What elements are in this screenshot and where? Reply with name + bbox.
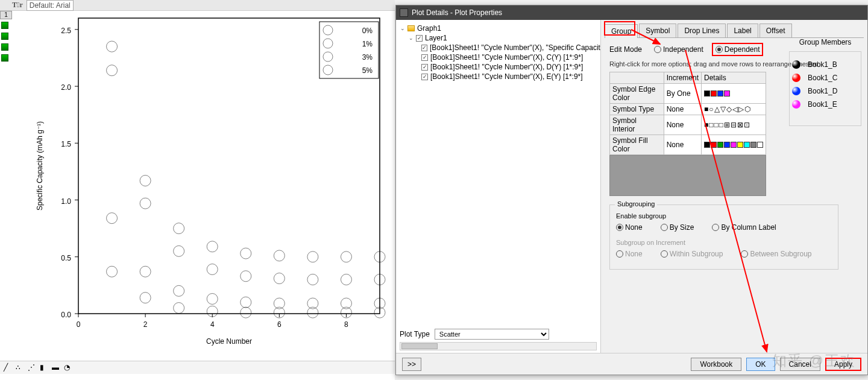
- svg-point-54: [307, 274, 318, 285]
- tab-symbol[interactable]: Symbol: [639, 24, 676, 37]
- cancel-button[interactable]: Cancel: [780, 358, 820, 371]
- svg-text:Specific Capacity (mAh g⁻¹): Specific Capacity (mAh g⁻¹): [36, 121, 44, 211]
- group-members-title: Group Members: [789, 38, 861, 46]
- svg-text:2.0: 2.0: [61, 83, 71, 92]
- tree-layer[interactable]: ⌄ Layer1: [400, 33, 597, 43]
- dialog-title-text: Plot Details - Plot Properties: [412, 8, 502, 17]
- svg-point-66: [341, 252, 351, 262]
- column-plot-icon[interactable]: ▮: [40, 363, 49, 373]
- radio-by-column-label[interactable]: By Column Label: [712, 223, 776, 232]
- expander-icon[interactable]: ⌄: [400, 26, 405, 31]
- svg-point-37: [107, 213, 118, 224]
- expand-button[interactable]: >>: [402, 358, 421, 371]
- svg-point-60: [140, 176, 151, 186]
- workbook-icon[interactable]: [1, 54, 8, 62]
- ok-button[interactable]: OK: [746, 358, 775, 371]
- svg-point-38: [140, 266, 151, 277]
- scatter-plot-icon[interactable]: ∴: [16, 363, 25, 373]
- dialog-titlebar[interactable]: Plot Details - Plot Properties: [396, 5, 867, 20]
- subgroup-increment-label: Subgroup on Increment: [616, 239, 832, 246]
- svg-point-52: [241, 271, 251, 282]
- enable-subgroup-label: Enable subgroup: [616, 212, 832, 220]
- svg-point-50: [174, 245, 184, 256]
- svg-point-41: [241, 297, 251, 308]
- svg-text:4: 4: [210, 320, 215, 329]
- tab-drop-lines[interactable]: Drop Lines: [678, 24, 726, 37]
- chart[interactable]: radialGradient id="g000000">radialGradie…: [30, 12, 392, 350]
- svg-text:Cycle Number: Cycle Number: [206, 337, 252, 346]
- svg-point-30: [241, 307, 251, 318]
- table-row[interactable]: Symbol Fill ColorNone: [610, 135, 766, 155]
- tree-plot-item[interactable]: [Book1]Sheet1! "Cycle Number"(X), "Speci…: [400, 43, 597, 52]
- pie-plot-icon[interactable]: ◔: [64, 363, 74, 373]
- radio-none[interactable]: None: [616, 223, 643, 232]
- group-member-item[interactable]: Book1_E: [792, 100, 858, 109]
- radio-dependent[interactable]: Dependent: [715, 45, 760, 54]
- svg-point-53: [274, 273, 285, 284]
- group-member-item[interactable]: Book1_B: [792, 60, 858, 69]
- checkbox[interactable]: [421, 74, 428, 80]
- tree-plot-item[interactable]: [Book1]Sheet1! "Cycle Number"(X), C(Y) […: [400, 52, 597, 62]
- group-member-item[interactable]: Book1_C: [792, 74, 858, 82]
- tab-group[interactable]: Group: [605, 24, 638, 38]
- radio-within-subgroup: Within Subgroup: [661, 250, 723, 258]
- table-row[interactable]: Symbol Edge ColorBy One: [610, 84, 766, 104]
- svg-text:6: 6: [277, 320, 281, 329]
- group-member-item[interactable]: Book1_D: [792, 87, 858, 95]
- tab-offset[interactable]: Offset: [760, 24, 792, 37]
- checkbox[interactable]: [416, 35, 423, 42]
- svg-text:0: 0: [77, 320, 81, 329]
- svg-point-51: [207, 264, 218, 275]
- workbook-button[interactable]: Workbook: [691, 358, 741, 371]
- tree-plot-item[interactable]: [Book1]Sheet1! "Cycle Number"(X), E(Y) […: [400, 72, 597, 81]
- workbook-icon[interactable]: [1, 33, 8, 40]
- tree-item-label: [Book1]Sheet1! "Cycle Number"(X), D(Y) […: [430, 63, 583, 71]
- tree-root[interactable]: ⌄ Graph1: [400, 24, 597, 33]
- checkbox[interactable]: [421, 54, 428, 61]
- expander-icon[interactable]: ⌄: [408, 36, 414, 41]
- row-header: 1: [0, 11, 12, 19]
- line-symbol-plot-icon[interactable]: ⋰: [28, 363, 37, 373]
- radio-independent[interactable]: Independent: [654, 45, 703, 54]
- increment-grid[interactable]: IncrementDetails Symbol Edge ColorBy One…: [609, 72, 766, 155]
- tabs: GroupSymbolDrop LinesLabelOffset: [605, 24, 864, 38]
- svg-text:8: 8: [344, 320, 348, 329]
- font-selector[interactable]: Default: Arial: [27, 0, 74, 11]
- apply-button[interactable]: Apply: [825, 358, 861, 371]
- workbook-icon[interactable]: [1, 43, 8, 51]
- checkbox[interactable]: [421, 64, 428, 71]
- svg-point-64: [274, 250, 285, 261]
- tree-item-label: [Book1]Sheet1! "Cycle Number"(X), E(Y) […: [430, 72, 583, 81]
- svg-point-48: [107, 65, 118, 76]
- top-toolbar: T͟r Default: Arial: [0, 0, 395, 11]
- line-plot-icon[interactable]: ╱: [4, 363, 13, 373]
- radio-none: None: [616, 250, 643, 258]
- bottom-toolbar: ╱ ∴ ⋰ ▮ ▬ ◔: [0, 361, 395, 374]
- checkbox[interactable]: [421, 45, 427, 51]
- tab-label[interactable]: Label: [727, 24, 758, 37]
- svg-point-28: [174, 303, 184, 314]
- svg-text:3%: 3%: [362, 53, 373, 62]
- graph-tree-panel: ⌄ Graph1 ⌄ Layer1 [Book1]Sheet1! "Cycle …: [396, 20, 601, 353]
- workbook-icon[interactable]: [1, 22, 8, 29]
- table-row[interactable]: Symbol InteriorNone■□□□⊞⊟⊠⊡: [610, 115, 766, 135]
- grid-empty-area: [609, 155, 766, 196]
- table-row[interactable]: Symbol TypeNone■○△▽◇◁▷⬡: [610, 104, 766, 115]
- highlight-dependent-radio: Dependent: [712, 43, 764, 56]
- plot-details-dialog: Plot Details - Plot Properties ⌄ Graph1 …: [395, 5, 868, 375]
- radio-by-size[interactable]: By Size: [661, 223, 694, 232]
- subgrouping-title: Subgrouping: [615, 200, 657, 207]
- plot-type-select[interactable]: Scatter: [435, 329, 549, 340]
- svg-point-49: [140, 198, 151, 209]
- svg-point-65: [307, 252, 318, 262]
- font-indicator-icon: T͟r: [12, 1, 23, 10]
- dialog-icon: [400, 8, 408, 17]
- svg-point-63: [241, 248, 251, 259]
- radio-between-subgroup: Between Subgroup: [741, 250, 811, 258]
- tree-scrollbar[interactable]: [400, 342, 597, 350]
- svg-text:1%: 1%: [362, 40, 373, 48]
- bar-plot-icon[interactable]: ▬: [52, 363, 61, 373]
- tree-plot-item[interactable]: [Book1]Sheet1! "Cycle Number"(X), D(Y) […: [400, 62, 597, 72]
- side-icon-strip: [1, 22, 10, 62]
- workspace-panel: T͟r Default: Arial 1 radialGradient id="…: [0, 0, 395, 380]
